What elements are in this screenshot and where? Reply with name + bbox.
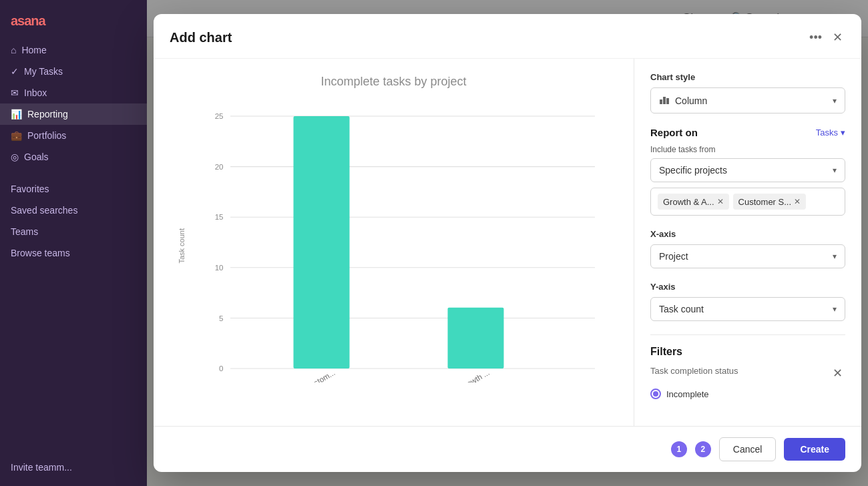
- chart-icon: 📊: [11, 109, 22, 119]
- bar-growth: [448, 308, 504, 369]
- close-icon: ✕: [833, 30, 843, 45]
- filter-task-completion: Task completion status ✕ Incomplete: [650, 363, 845, 399]
- tag-customer: Customer S... ✕: [733, 194, 806, 210]
- sidebar-item-goals[interactable]: ◎ Goals: [0, 146, 147, 168]
- svg-text:25: 25: [215, 112, 224, 120]
- main-content: Reporting › Share 🔍 Search Send feedback: [147, 0, 868, 486]
- svg-rect-16: [666, 98, 669, 104]
- sidebar-item-reporting[interactable]: 📊 Reporting: [0, 103, 147, 125]
- asana-logo-text: asana: [11, 13, 45, 29]
- sidebar-item-label: Portfolios: [27, 130, 66, 141]
- chart-style-label: Chart style: [650, 72, 845, 82]
- sidebar-item-label: Inbox: [24, 87, 47, 98]
- step-badge-2: 2: [695, 441, 711, 457]
- include-tasks-from-group: Include tasks from Specific projects ▾: [650, 145, 845, 182]
- bar-customer: [294, 116, 350, 369]
- modal-footer: 1 2 Cancel Create: [154, 426, 861, 472]
- x-axis-value: Project: [659, 251, 688, 262]
- radio-incomplete-label: Incomplete: [666, 389, 709, 399]
- chart-svg: 0 5 10 15 20 25: [194, 102, 618, 383]
- radio-button-incomplete[interactable]: [650, 389, 661, 399]
- filter-header: Filters: [650, 346, 845, 358]
- sidebar-browse-teams[interactable]: Browse teams: [0, 242, 147, 264]
- svg-rect-14: [660, 99, 662, 104]
- add-chart-modal: Add chart ••• ✕ Incomplete tasks by: [154, 14, 861, 472]
- report-on-row: Report on Tasks ▾: [650, 127, 845, 138]
- include-tasks-from-select[interactable]: Specific projects ▾: [650, 158, 845, 182]
- filters-section: Filters Task completion status ✕: [650, 346, 845, 399]
- sidebar-item-label: Reporting: [27, 109, 68, 119]
- include-tasks-from-label: Include tasks from: [650, 145, 845, 154]
- sidebar-logo: asana: [0, 8, 147, 39]
- app-background: asana ⌂ Home ✓ My Tasks ✉ Inbox 📊 Report…: [0, 0, 868, 486]
- saved-searches-label: Saved searches: [11, 205, 77, 216]
- chevron-down-icon: ▾: [833, 304, 837, 314]
- settings-panel: Chart style: [634, 59, 861, 426]
- projects-tags-field: Growth & A... ✕ Customer S... ✕: [650, 188, 845, 216]
- filter-item-row: Task completion status ✕: [650, 363, 845, 383]
- chevron-down-icon: ▾: [833, 166, 837, 175]
- tag-customer-label: Customer S...: [738, 197, 791, 207]
- section-divider: [650, 334, 845, 335]
- sidebar-item-label: Goals: [24, 152, 49, 162]
- filters-label: Filters: [650, 346, 682, 358]
- x-axis-label: X-axis: [650, 229, 845, 239]
- close-icon: ✕: [833, 366, 843, 381]
- home-icon: ⌂: [11, 45, 16, 55]
- modal-more-button[interactable]: •••: [807, 28, 825, 47]
- radio-incomplete[interactable]: Incomplete: [650, 389, 845, 399]
- cancel-button[interactable]: Cancel: [719, 437, 777, 461]
- sidebar-item-home[interactable]: ⌂ Home: [0, 39, 147, 61]
- target-icon: ◎: [11, 152, 19, 162]
- sidebar-favorites: Favorites: [0, 178, 147, 200]
- tag-growth: Growth & A... ✕: [658, 194, 729, 210]
- chart-container: Task count 0 5 10: [175, 102, 612, 410]
- svg-text:10: 10: [215, 264, 224, 272]
- svg-text:5: 5: [219, 314, 223, 322]
- chart-preview-title: Incomplete tasks by project: [175, 75, 612, 89]
- modal-title: Add chart: [170, 30, 232, 45]
- chart-style-select[interactable]: Column ▾: [650, 87, 845, 113]
- check-icon: ✓: [11, 66, 19, 77]
- sidebar-item-label: Home: [21, 45, 46, 55]
- svg-text:0: 0: [219, 364, 223, 373]
- y-axis-label-container: Task count: [175, 102, 188, 390]
- sidebar-item-inbox[interactable]: ✉ Inbox: [0, 82, 147, 103]
- svg-text:Custom...: Custom...: [304, 369, 337, 383]
- chart-panel: Incomplete tasks by project Task count: [154, 59, 634, 426]
- sidebar: asana ⌂ Home ✓ My Tasks ✉ Inbox 📊 Report…: [0, 0, 147, 486]
- step-badge-1: 1: [671, 441, 687, 457]
- specific-projects-value: Specific projects: [659, 165, 727, 176]
- x-axis-section: X-axis Project ▾: [650, 229, 845, 268]
- filter-item-label: Task completion status: [650, 366, 738, 376]
- svg-text:Growth ...: Growth ...: [458, 369, 491, 383]
- report-on-label: Report on: [650, 127, 698, 138]
- column-chart-icon: [659, 94, 670, 107]
- report-on-section: Report on Tasks ▾ Include tasks from: [650, 127, 845, 216]
- briefcase-icon: 💼: [11, 130, 22, 141]
- sidebar-item-my-tasks[interactable]: ✓ My Tasks: [0, 61, 147, 82]
- chevron-down-icon: ▾: [833, 252, 837, 261]
- tag-growth-label: Growth & A...: [663, 197, 714, 207]
- modal-header: Add chart ••• ✕: [154, 14, 861, 59]
- svg-text:20: 20: [215, 163, 224, 171]
- report-on-value[interactable]: Tasks ▾: [816, 128, 845, 138]
- svg-text:15: 15: [215, 213, 224, 221]
- chart-style-value: Column: [675, 95, 707, 106]
- y-axis-select[interactable]: Task count ▾: [650, 297, 845, 321]
- inbox-icon: ✉: [11, 87, 19, 98]
- x-axis-select[interactable]: Project ▾: [650, 244, 845, 268]
- sidebar-item-portfolios[interactable]: 💼 Portfolios: [0, 125, 147, 146]
- modal-close-button[interactable]: ✕: [830, 27, 845, 47]
- y-axis-value: Task count: [659, 304, 704, 314]
- sidebar-saved-searches: Saved searches: [0, 200, 147, 221]
- create-button[interactable]: Create: [784, 438, 845, 461]
- y-axis-label: Y-axis: [650, 282, 845, 292]
- tag-customer-remove[interactable]: ✕: [794, 197, 801, 206]
- chart-style-section: Chart style: [650, 72, 845, 113]
- browse-teams-label: Browse teams: [11, 248, 70, 258]
- sidebar-invite[interactable]: Invite teamm...: [0, 457, 147, 478]
- chevron-down-icon: ▾: [833, 96, 837, 105]
- tag-growth-remove[interactable]: ✕: [717, 197, 724, 206]
- filter-remove-button[interactable]: ✕: [830, 363, 845, 383]
